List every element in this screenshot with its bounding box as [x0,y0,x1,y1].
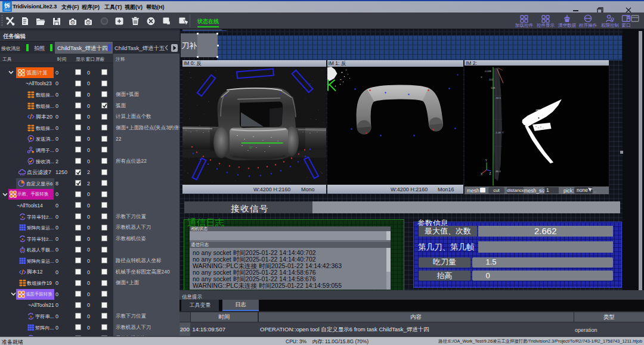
svg-text:Z: Z [490,172,491,175]
svg-text:s: s [21,237,23,241]
svg-text:T: T [502,130,504,133]
svg-text:148: 148 [491,86,496,89]
svg-text:X: X [481,75,482,78]
svg-text:-1.08: -1.08 [495,130,501,133]
svg-text:Tridivision: Tridivision [4,9,11,11]
svg-text:102: 102 [489,77,494,80]
svg-text:s: s [21,215,23,218]
svg-text:-86.4: -86.4 [495,169,501,172]
svg-text:-33.3: -33.3 [495,96,501,99]
svg-text:拆: 拆 [4,2,11,9]
svg-text:5: 5 [88,20,89,24]
svg-text:-0.098: -0.098 [484,69,492,72]
svg-text:s: s [30,315,32,318]
svg-text:O: O [72,20,74,24]
